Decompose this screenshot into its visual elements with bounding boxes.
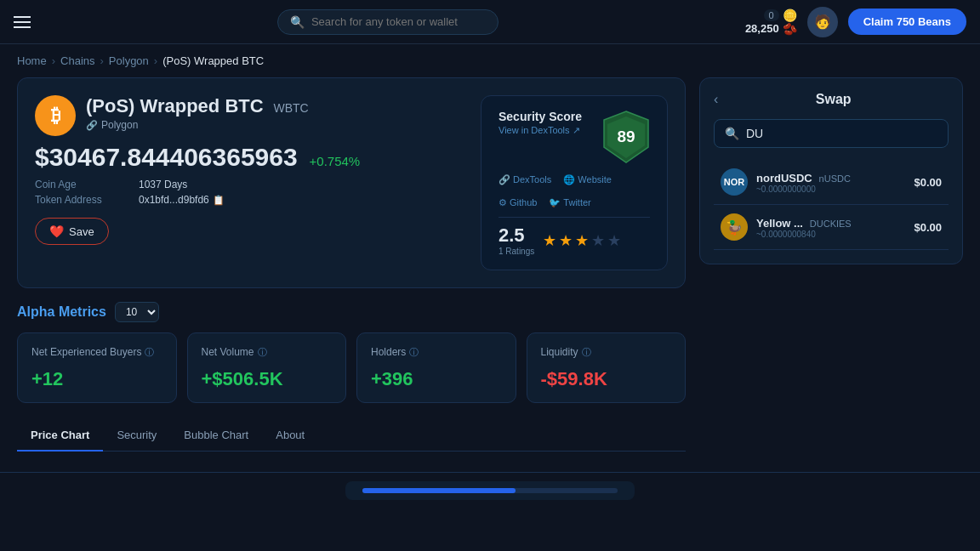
- beans-zero-badge: 0: [764, 9, 779, 21]
- tab-security[interactable]: Security: [103, 420, 170, 452]
- security-text: Security Score View in DexTools ↗: [499, 110, 582, 136]
- swap-result-0[interactable]: NOR nordUSDC nUSDC ~0.0000000000 $0.00: [714, 160, 949, 205]
- metric-label-buyers: Net Experienced Buyers ⓘ: [31, 345, 162, 360]
- metric-value-buyers: +12: [31, 368, 162, 390]
- search-input[interactable]: [311, 15, 486, 28]
- alpha-period-select[interactable]: 10 30 7: [115, 302, 159, 322]
- metric-label-liquidity: Liquidity ⓘ: [541, 345, 672, 360]
- token-left: ₿ (PoS) Wrapped BTC WBTC 🔗 Polygon: [35, 95, 464, 270]
- swap-header: ‹ Swap: [714, 92, 949, 107]
- security-title: Security Score: [499, 110, 582, 123]
- heart-icon: ❤️: [49, 224, 64, 238]
- token-card: ₿ (PoS) Wrapped BTC WBTC 🔗 Polygon: [17, 77, 686, 288]
- tabs-section: Price Chart Security Bubble Chart About: [17, 420, 686, 452]
- main-content: ₿ (PoS) Wrapped BTC WBTC 🔗 Polygon: [0, 77, 980, 469]
- token-address-value: 0x1bfd...d9bfd6 📋: [139, 194, 225, 206]
- header: 🔍 0 🪙 28,250 🫘 🧑 Claim 750 Beans: [0, 0, 980, 44]
- coin-age-value: 1037 Days: [139, 179, 187, 190]
- metric-value-holders: +396: [371, 368, 502, 390]
- swap-token-symbol-0: nUSDC: [819, 173, 851, 184]
- swap-token-name-0: nordUSDC: [756, 172, 812, 185]
- token-name: (PoS) Wrapped BTC: [86, 95, 264, 116]
- security-subtitle-link[interactable]: View in DexTools ↗: [499, 125, 582, 136]
- external-link-icon: ↗: [573, 125, 580, 135]
- swap-token-sub-0: ~0.0000000000: [756, 185, 851, 194]
- swap-search-bar[interactable]: 🔍: [714, 119, 949, 148]
- sec-link-website[interactable]: 🌐 Website: [563, 174, 612, 185]
- left-panel: ₿ (PoS) Wrapped BTC WBTC 🔗 Polygon: [17, 77, 686, 452]
- metric-card-holders: Holders ⓘ +396: [356, 332, 516, 403]
- swap-search-input[interactable]: [746, 127, 937, 140]
- star-2: ★: [559, 231, 573, 250]
- token-card-inner: ₿ (PoS) Wrapped BTC WBTC 🔗 Polygon: [35, 95, 668, 270]
- swap-token-price-0: $0.00: [914, 176, 942, 189]
- swap-result-left-0: NOR nordUSDC nUSDC ~0.0000000000: [721, 168, 851, 196]
- sec-link-github[interactable]: ⚙ Github: [499, 197, 537, 208]
- swap-token-logo-0: NOR: [721, 168, 748, 196]
- swap-token-name-symbol-0: nordUSDC nUSDC: [756, 171, 851, 185]
- avatar-icon: 🧑: [814, 14, 831, 30]
- price-change: +0.754%: [310, 154, 361, 168]
- tab-bubble-chart[interactable]: Bubble Chart: [170, 420, 262, 452]
- tab-about[interactable]: About: [262, 420, 318, 452]
- swap-token-price-1: $0.00: [914, 221, 942, 234]
- rating-number: 2.5: [499, 224, 534, 247]
- coin-age-label: Coin Age: [35, 179, 128, 190]
- breadcrumb-chains[interactable]: Chains: [60, 54, 94, 67]
- chart-bottom: [0, 472, 980, 508]
- security-links: 🔗 DexTools 🌐 Website ⚙ Github 🐦 Twitter: [499, 174, 650, 208]
- swap-results-list: NOR nordUSDC nUSDC ~0.0000000000 $0.00: [714, 160, 949, 250]
- beans-section: 0 🪙 28,250 🫘: [745, 9, 797, 36]
- alpha-header: Alpha Metrics 10 30 7: [17, 302, 686, 322]
- rating-num-block: 2.5 1 Ratings: [499, 224, 534, 256]
- copy-address-icon[interactable]: 📋: [213, 195, 225, 206]
- swap-token-symbol-1: DUCKIES: [810, 219, 852, 229]
- swap-token-logo-1: 🦆: [721, 213, 748, 241]
- token-header: ₿ (PoS) Wrapped BTC WBTC 🔗 Polygon: [35, 95, 464, 136]
- meta-row-age: Coin Age 1037 Days: [35, 179, 464, 190]
- security-score: 89: [617, 128, 635, 146]
- search-icon: 🔍: [290, 15, 305, 29]
- security-panel: Security Score View in DexTools ↗: [481, 95, 668, 270]
- swap-token-name-1: Yellow ...: [756, 217, 803, 230]
- tab-price-chart[interactable]: Price Chart: [17, 420, 103, 452]
- star-4: ★: [591, 231, 605, 250]
- swap-result-1[interactable]: 🦆 Yellow ... DUCKIES ~0.0000000840 $0.00: [714, 205, 949, 250]
- info-icon-volume: ⓘ: [258, 346, 267, 359]
- metric-value-liquidity: -$59.8K: [541, 368, 672, 390]
- user-avatar[interactable]: 🧑: [807, 7, 838, 37]
- save-button[interactable]: ❤️ Save: [35, 218, 109, 245]
- metric-value-volume: +$506.5K: [202, 368, 333, 390]
- breadcrumb-home[interactable]: Home: [17, 54, 47, 67]
- token-price: $30467.844406365963: [35, 143, 298, 171]
- metric-label-volume: Net Volume ⓘ: [202, 345, 333, 360]
- token-address-label: Token Address: [35, 194, 128, 206]
- swap-search-icon: 🔍: [725, 127, 739, 140]
- swap-token-name-symbol-1: Yellow ... DUCKIES: [756, 216, 852, 230]
- alpha-title: Alpha Metrics: [17, 304, 106, 320]
- token-full-name: (PoS) Wrapped BTC WBTC: [86, 95, 309, 117]
- claim-beans-button[interactable]: Claim 750 Beans: [848, 9, 966, 35]
- star-rating: ★ ★ ★ ★ ★: [543, 231, 621, 250]
- token-right: Security Score View in DexTools ↗: [481, 95, 668, 270]
- token-symbol: WBTC: [273, 101, 308, 115]
- rating-label: 1 Ratings: [499, 247, 534, 256]
- info-icon-holders: ⓘ: [409, 346, 419, 359]
- breadcrumb-sep-2: ›: [100, 54, 104, 67]
- menu-button[interactable]: [14, 16, 31, 28]
- info-icon-buyers: ⓘ: [145, 346, 154, 359]
- breadcrumb-sep-3: ›: [154, 54, 157, 67]
- metric-card-liquidity: Liquidity ⓘ -$59.8K: [527, 332, 687, 403]
- info-icon-liquidity: ⓘ: [582, 346, 591, 359]
- sec-link-dextools[interactable]: 🔗 DexTools: [499, 174, 551, 185]
- star-3: ★: [575, 231, 589, 250]
- alpha-metrics-section: Alpha Metrics 10 30 7 Net Experienced Bu…: [17, 302, 686, 403]
- swap-card: ‹ Swap 🔍 NOR nordUSDC nUSDC: [699, 77, 963, 264]
- global-search-bar[interactable]: 🔍: [277, 9, 499, 35]
- breadcrumb-polygon[interactable]: Polygon: [109, 54, 149, 67]
- loading-bar: [362, 488, 618, 493]
- swap-token-info-1: Yellow ... DUCKIES ~0.0000000840: [756, 216, 852, 239]
- sec-link-twitter[interactable]: 🐦 Twitter: [549, 197, 590, 208]
- metric-card-buyers: Net Experienced Buyers ⓘ +12: [17, 332, 177, 403]
- token-price-row: $30467.844406365963 +0.754%: [35, 143, 464, 172]
